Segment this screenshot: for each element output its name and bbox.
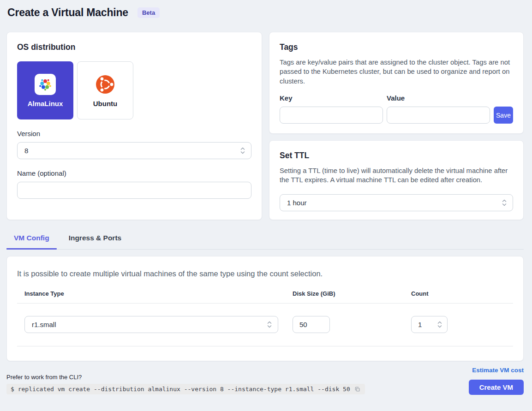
chevron-updown-icon: [437, 321, 442, 328]
tab-vm-config[interactable]: VM Config: [6, 231, 57, 249]
tags-form-row: Key Value Save: [280, 94, 513, 124]
page-title: Create a Virtual Machine: [7, 6, 128, 19]
column-header-disk-size: Disk Size (GiB): [293, 290, 397, 297]
os-option-label: Ubuntu: [93, 100, 117, 107]
count-value: 1: [418, 321, 422, 328]
tab-bar: VM Config Ingress & Ports: [6, 231, 524, 250]
ttl-select-value: 1 hour: [287, 199, 307, 207]
value-label: Value: [387, 94, 490, 102]
os-option-label: AlmaLinux: [28, 100, 63, 107]
create-vm-page: Create a Virtual Machine Beta OS distrib…: [0, 0, 532, 395]
name-label: Name (optional): [17, 169, 251, 177]
column-header-count: Count: [411, 290, 506, 297]
tags-card-title: Tags: [280, 42, 513, 52]
key-label: Key: [280, 94, 383, 102]
create-vm-button[interactable]: Create VM: [469, 380, 524, 395]
os-options: AlmaLinux: [17, 61, 251, 119]
beta-badge: Beta: [137, 7, 160, 18]
instance-table: Instance Type Disk Size (GiB) Count r1.s…: [17, 290, 513, 346]
version-label: Version: [17, 130, 251, 137]
right-cards-column: Tags Tags are key/value pairs that are a…: [269, 32, 524, 220]
column-header-instance-type: Instance Type: [24, 290, 278, 297]
almalinux-icon: [35, 74, 56, 95]
disk-size-input[interactable]: [293, 316, 330, 333]
cli-command-block: $ replicated vm create --distribution al…: [6, 384, 365, 394]
estimate-vm-cost-link[interactable]: Estimate VM cost: [472, 367, 524, 374]
instance-type-select[interactable]: r1.small: [24, 316, 278, 333]
top-cards-row: OS distribution AlmaLinux: [6, 32, 524, 220]
footer-actions: Estimate VM cost Create VM: [469, 367, 524, 395]
page-footer: Prefer to work from the CLI? $ replicate…: [6, 361, 524, 395]
name-input[interactable]: [17, 182, 251, 199]
count-stepper[interactable]: 1: [411, 316, 448, 333]
tags-description: Tags are key/value pairs that are assign…: [280, 58, 513, 86]
cli-section: Prefer to work from the CLI? $ replicate…: [6, 374, 365, 394]
os-option-almalinux[interactable]: AlmaLinux: [17, 61, 73, 119]
version-select[interactable]: 8: [17, 142, 251, 159]
cli-prompt: Prefer to work from the CLI?: [6, 374, 365, 381]
chevron-updown-icon: [502, 199, 507, 207]
set-ttl-card: Set TTL Setting a TTL (time to live) wil…: [269, 140, 524, 220]
os-option-ubuntu[interactable]: Ubuntu: [77, 61, 133, 119]
tab-ingress-ports[interactable]: Ingress & Ports: [61, 231, 129, 249]
chevron-updown-icon: [240, 147, 245, 155]
os-distribution-card: OS distribution AlmaLinux: [6, 32, 262, 220]
vm-config-intro: It is possible to create multiple virtua…: [17, 269, 513, 278]
os-card-title: OS distribution: [17, 42, 251, 52]
ttl-select[interactable]: 1 hour: [280, 194, 513, 211]
table-header-row: Instance Type Disk Size (GiB) Count: [17, 290, 513, 304]
ttl-description: Setting a TTL (time to live) will automa…: [280, 166, 513, 185]
instance-type-value: r1.small: [32, 321, 56, 328]
vm-config-card: It is possible to create multiple virtua…: [6, 256, 524, 361]
tag-key-input[interactable]: [280, 107, 383, 124]
ubuntu-icon: [96, 74, 114, 95]
tags-card: Tags Tags are key/value pairs that are a…: [269, 32, 524, 134]
cli-command-text: $ replicated vm create --distribution al…: [11, 386, 350, 393]
table-row: r1.small 1: [17, 304, 513, 346]
chevron-updown-icon: [267, 321, 272, 328]
copy-icon[interactable]: [354, 386, 361, 393]
tag-value-input[interactable]: [387, 107, 490, 124]
ttl-card-title: Set TTL: [280, 151, 513, 161]
page-header: Create a Virtual Machine Beta: [6, 6, 524, 19]
save-tag-button[interactable]: Save: [494, 107, 513, 124]
version-select-value: 8: [24, 147, 28, 155]
